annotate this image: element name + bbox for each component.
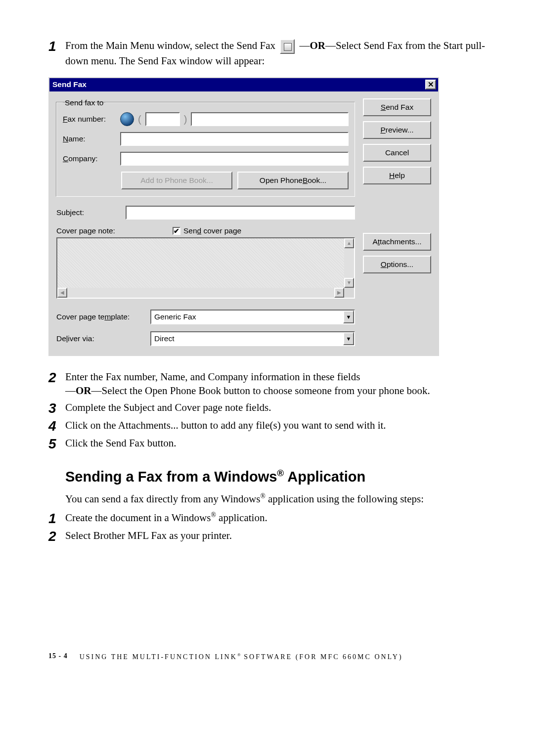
step-row: 1 Create the document in a Windows® appl… <box>48 511 486 526</box>
text: Sending a Fax from a Windows <box>65 469 277 485</box>
paren-right: ) <box>184 114 187 124</box>
label-name: Name: <box>63 134 116 143</box>
step-text: Enter the Fax number, Name, and Company … <box>65 370 486 398</box>
registered-icon: ® <box>260 492 265 500</box>
combo-value: Generic Fax <box>151 311 343 323</box>
step-number: 2 <box>48 370 65 385</box>
paren-left: ( <box>138 114 141 124</box>
text: — <box>297 40 310 51</box>
open-phonebook-button[interactable]: Open Phone Book... <box>237 172 349 189</box>
step-text: Click the Send Fax button. <box>65 436 486 450</box>
step-row: 2 Select Brother MFL Fax as your printer… <box>48 529 486 543</box>
attachments-button[interactable]: Attachments... <box>363 233 431 251</box>
step-number: 1 <box>48 39 65 53</box>
scrollbar-vertical[interactable]: ▲ ▼ <box>344 237 355 288</box>
text: application using the following steps: <box>266 493 424 505</box>
help-button[interactable]: Help <box>363 167 431 184</box>
scroll-up-icon[interactable]: ▲ <box>344 238 354 248</box>
registered-icon: ® <box>277 468 284 478</box>
checkbox-label: Send cover page <box>183 226 241 235</box>
step-text: Click on the Attachments... button to ad… <box>65 418 486 432</box>
text-or: OR <box>310 40 326 51</box>
fax-number-input[interactable] <box>191 112 349 126</box>
page-footer: 15 - 4 USING THE MULTI-FUNCTION LINK® SO… <box>48 652 486 661</box>
coverpagenote-textarea[interactable]: ▲ ▼ ◀ ▶ <box>56 237 355 299</box>
screenshot-sendfax-dialog: Send Fax ✕ Send fax to Fax number: ( ) <box>48 77 486 356</box>
text: —Select the Open Phone Book button to ch… <box>91 385 430 397</box>
registered-icon: ® <box>237 652 241 657</box>
step-number: 2 <box>48 529 65 543</box>
send-fax-button[interactable]: Send Fax <box>363 98 431 116</box>
dialog-sendfax: Send Fax ✕ Send fax to Fax number: ( ) <box>48 77 439 356</box>
checkbox-sendcoverpage[interactable]: ✔ <box>173 227 180 235</box>
combo-coverpagetemplate[interactable]: Generic Fax ▼ <box>150 310 355 324</box>
step-number: 1 <box>48 511 65 526</box>
options-button[interactable]: Options... <box>363 256 431 273</box>
combo-value: Direct <box>151 332 343 345</box>
preview-button[interactable]: Preview... <box>363 121 431 139</box>
fax-areacode-input[interactable] <box>145 112 180 126</box>
step-row: 2 Enter the Fax number, Name, and Compan… <box>48 370 486 398</box>
window-title: Send Fax <box>52 80 87 89</box>
step-text: Select Brother MFL Fax as your printer. <box>65 529 486 542</box>
text: application. <box>216 512 267 524</box>
step-text: From the Main Menu window, select the Se… <box>65 39 486 68</box>
heading-sending-fax-windows: Sending a Fax from a Windows® Applicatio… <box>65 468 486 485</box>
page-number: 15 - 4 <box>48 652 68 661</box>
step-row: 3 Complete the Subject and Cover page no… <box>48 400 486 415</box>
groupbox-sendfaxto: Send fax to Fax number: ( ) Name: <box>56 98 355 197</box>
step-row: 1 From the Main Menu window, select the … <box>48 39 486 68</box>
label-fax-number: Fax number: <box>63 115 116 124</box>
cancel-button[interactable]: Cancel <box>363 144 431 162</box>
step-text: Complete the Subject and Cover page note… <box>65 400 486 414</box>
chevron-down-icon[interactable]: ▼ <box>343 311 354 323</box>
scroll-down-icon[interactable]: ▼ <box>344 278 354 288</box>
text: Application <box>284 469 365 485</box>
company-input[interactable] <box>120 152 349 166</box>
scrollbar-horizontal[interactable]: ◀ ▶ <box>56 288 344 299</box>
scroll-right-icon[interactable]: ▶ <box>334 288 344 298</box>
registered-icon: ® <box>211 511 216 519</box>
label-company: Company: <box>63 154 116 163</box>
text: USING THE MULTI-FUNCTION LINK <box>80 653 237 661</box>
titlebar: Send Fax ✕ <box>49 78 438 91</box>
text: You can send a fax directly from any Win… <box>65 493 260 505</box>
chevron-down-icon[interactable]: ▼ <box>343 332 354 345</box>
text: Create the document in a Windows <box>65 512 211 524</box>
name-input[interactable] <box>120 132 349 146</box>
footer-text: USING THE MULTI-FUNCTION LINK® SOFTWARE … <box>80 652 403 661</box>
label-coverpagenote: Cover page note: <box>56 226 115 235</box>
step-row: 4 Click on the Attachments... button to … <box>48 418 486 433</box>
label-delivervia: Deliver via: <box>56 334 145 343</box>
globe-icon <box>120 112 134 126</box>
add-to-phonebook-button[interactable]: Add to Phone Book... <box>121 172 232 189</box>
step-row: 5 Click the Send Fax button. <box>48 436 486 451</box>
text-or: OR <box>76 385 91 397</box>
text: Enter the Fax number, Name, and Company … <box>65 371 360 383</box>
step-number: 4 <box>48 418 65 433</box>
label-coverpagetemplate: Cover page template: <box>56 312 145 321</box>
scroll-left-icon[interactable]: ◀ <box>57 288 67 298</box>
text: — <box>65 385 76 397</box>
step-number: 3 <box>48 400 65 415</box>
body-text: You can send a fax directly from any Win… <box>65 492 486 506</box>
label-subject: Subject: <box>56 208 86 217</box>
combo-delivervia[interactable]: Direct ▼ <box>150 331 355 346</box>
step-text: Create the document in a Windows® applic… <box>65 511 486 525</box>
send-fax-icon <box>280 39 295 54</box>
subject-input[interactable] <box>126 206 355 220</box>
text: SOFTWARE (FOR MFC 660MC ONLY) <box>241 653 403 661</box>
close-icon[interactable]: ✕ <box>425 80 436 89</box>
step-number: 5 <box>48 436 65 451</box>
groupbox-legend: Send fax to <box>63 98 105 107</box>
text: From the Main Menu window, select the Se… <box>65 40 278 51</box>
